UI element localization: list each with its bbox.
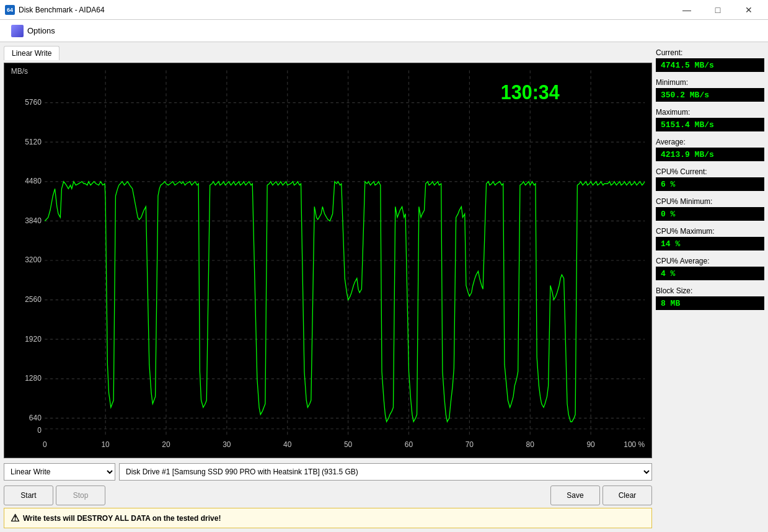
maximum-stat-group: Maximum: 5151.4 MB/s [656, 108, 764, 131]
average-stat-group: Average: 4213.9 MB/s [656, 138, 764, 161]
svg-text:60: 60 [405, 440, 413, 448]
title-bar: 64 Disk Benchmark - AIDA64 — □ ✕ [0, 0, 768, 20]
average-label: Average: [656, 138, 764, 146]
block-size-value: 8 MB [656, 296, 764, 310]
right-panel: Current: 4741.5 MB/s Minimum: 350.2 MB/s… [656, 46, 764, 528]
chart-container: 5760 5120 4480 3840 3200 2560 1920 1280 … [4, 63, 652, 458]
block-size-stat-group: Block Size: 8 MB [656, 286, 764, 310]
title-bar-left: 64 Disk Benchmark - AIDA64 [5, 5, 105, 15]
drive-select[interactable]: Disk Drive #1 [Samsung SSD 990 PRO with … [119, 463, 652, 481]
svg-text:5760: 5760 [25, 98, 42, 107]
svg-text:100 %: 100 % [624, 440, 645, 448]
save-button[interactable]: Save [550, 485, 600, 505]
svg-text:1920: 1920 [25, 334, 42, 343]
warning-icon: ⚠ [11, 512, 19, 524]
warning-bar: ⚠ Write tests will DESTROY ALL DATA on t… [4, 508, 652, 528]
cpu-maximum-label: CPU% Maximum: [656, 227, 764, 236]
svg-text:3200: 3200 [25, 255, 42, 264]
cpu-minimum-stat-group: CPU% Minimum: 0 % [656, 197, 764, 221]
svg-text:640: 640 [29, 414, 42, 422]
svg-text:10: 10 [101, 440, 109, 448]
svg-text:4480: 4480 [25, 177, 42, 185]
title-bar-title: Disk Benchmark - AIDA64 [19, 6, 105, 14]
test-type-select[interactable]: Linear Write Linear Read Random Write Ra… [4, 463, 115, 481]
cpu-average-stat-group: CPU% Average: 4 % [656, 257, 764, 280]
minimum-stat-group: Minimum: 350.2 MB/s [656, 78, 764, 102]
svg-text:80: 80 [526, 440, 534, 448]
close-button[interactable]: ✕ [735, 0, 763, 20]
svg-text:MB/s: MB/s [11, 67, 28, 76]
clear-button[interactable]: Clear [602, 485, 652, 505]
current-stat-group: Current: 4741.5 MB/s [656, 48, 764, 72]
action-buttons-row: Start Stop Save Clear [4, 485, 652, 505]
start-button[interactable]: Start [4, 485, 53, 505]
cpu-minimum-label: CPU% Minimum: [656, 197, 764, 206]
title-bar-controls: — □ ✕ [673, 0, 763, 20]
stop-button[interactable]: Stop [56, 485, 105, 505]
options-menu-item[interactable]: Options [5, 22, 61, 40]
svg-text:30: 30 [223, 440, 231, 448]
tab-container: Linear Write [4, 46, 652, 60]
options-icon [11, 25, 24, 37]
cpu-minimum-value: 0 % [656, 207, 764, 221]
maximum-label: Maximum: [656, 108, 764, 117]
cpu-current-value: 6 % [656, 177, 764, 191]
menu-bar: Options [0, 20, 768, 42]
svg-text:70: 70 [466, 440, 474, 448]
benchmark-chart: 5760 5120 4480 3840 3200 2560 1920 1280 … [4, 63, 651, 458]
svg-text:90: 90 [586, 440, 594, 448]
svg-text:0: 0 [43, 440, 47, 448]
svg-text:3840: 3840 [25, 216, 42, 225]
svg-text:20: 20 [162, 440, 170, 448]
bottom-controls: Linear Write Linear Read Random Write Ra… [4, 461, 652, 483]
block-size-label: Block Size: [656, 286, 764, 295]
options-label: Options [27, 26, 55, 35]
cpu-maximum-stat-group: CPU% Maximum: 14 % [656, 227, 764, 250]
average-value: 4213.9 MB/s [656, 148, 764, 161]
svg-text:40: 40 [283, 440, 291, 448]
svg-text:130:34: 130:34 [501, 81, 560, 104]
cpu-maximum-value: 14 % [656, 237, 764, 250]
maximize-button[interactable]: □ [704, 0, 732, 20]
svg-text:0: 0 [37, 425, 42, 434]
svg-text:2560: 2560 [25, 295, 42, 304]
warning-text: Write tests will DESTROY ALL DATA on the… [23, 514, 221, 523]
svg-text:5120: 5120 [25, 137, 42, 146]
minimum-label: Minimum: [656, 78, 764, 87]
cpu-average-value: 4 % [656, 267, 764, 280]
maximum-value: 5151.4 MB/s [656, 118, 764, 131]
cpu-current-stat-group: CPU% Current: 6 % [656, 167, 764, 191]
current-value: 4741.5 MB/s [656, 58, 764, 72]
minimum-value: 350.2 MB/s [656, 88, 764, 102]
main-area: Linear Write [0, 42, 768, 532]
left-panel: Linear Write [4, 46, 652, 528]
svg-text:1280: 1280 [25, 374, 42, 383]
linear-write-tab[interactable]: Linear Write [4, 46, 60, 60]
svg-text:50: 50 [344, 440, 352, 448]
app-icon: 64 [5, 5, 15, 15]
cpu-current-label: CPU% Current: [656, 167, 764, 176]
cpu-average-label: CPU% Average: [656, 257, 764, 265]
current-label: Current: [656, 48, 764, 57]
minimize-button[interactable]: — [673, 0, 701, 20]
